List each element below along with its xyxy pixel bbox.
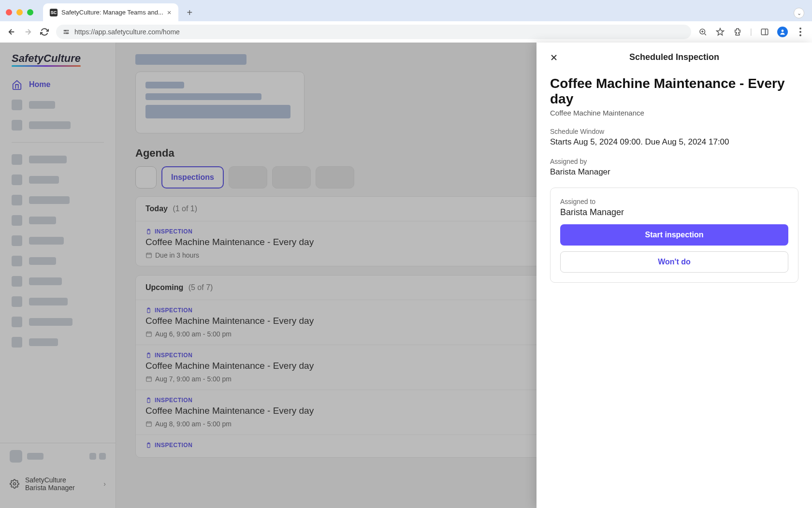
sidebar-item-skeleton xyxy=(0,115,116,135)
extensions-icon[interactable] xyxy=(733,27,742,37)
close-tab-icon[interactable]: × xyxy=(167,8,172,16)
panel-body: Coffee Machine Maintenance - Every day C… xyxy=(536,72,812,287)
address-bar[interactable]: https://app.safetyculture.com/home xyxy=(56,25,691,39)
menu-icon[interactable] xyxy=(796,27,805,37)
sidebar-item-skeleton xyxy=(0,332,116,352)
clipboard-icon xyxy=(145,352,152,359)
browser-tab[interactable]: SC SafetyCulture: Manage Teams and... × xyxy=(43,3,178,21)
home-icon xyxy=(12,79,22,90)
zoom-icon[interactable] xyxy=(698,27,708,37)
browser-toolbar: https://app.safetyculture.com/home | xyxy=(0,21,812,43)
chrome-dropdown[interactable]: ⌄ xyxy=(794,8,804,18)
toolbar-right: | xyxy=(698,27,805,37)
tab-inspections[interactable]: Inspections xyxy=(161,166,224,189)
wont-do-button[interactable]: Won't do xyxy=(560,251,788,273)
reload-button[interactable] xyxy=(40,27,49,37)
gear-icon xyxy=(10,479,19,489)
svg-point-8 xyxy=(799,31,801,33)
svg-rect-22 xyxy=(146,422,152,426)
tab-bar: SC SafetyCulture: Manage Teams and... × … xyxy=(0,0,812,21)
clipboard-icon xyxy=(145,397,152,404)
back-button[interactable] xyxy=(7,27,16,37)
assigned-by-value: Barista Manager xyxy=(550,167,798,177)
clipboard-icon xyxy=(145,229,152,235)
sidebar-item-skeleton xyxy=(0,271,116,291)
svg-point-10 xyxy=(14,483,16,485)
sidebar-item-skeleton xyxy=(0,190,116,210)
assigned-by-label: Assigned by xyxy=(550,158,798,165)
site-settings-icon xyxy=(63,29,70,35)
sidebar-item-skeleton xyxy=(0,210,116,231)
chevron-right-icon: › xyxy=(103,480,106,488)
nav-divider xyxy=(12,142,104,143)
header-skeleton xyxy=(135,54,246,65)
tab-skeleton xyxy=(272,166,311,189)
panel-heading: Scheduled Inspection xyxy=(629,52,719,62)
close-panel-button[interactable] xyxy=(548,52,560,63)
template-name: Coffee Machine Maintenance xyxy=(550,109,798,117)
svg-point-3 xyxy=(67,32,68,33)
forward-button[interactable] xyxy=(23,27,33,37)
inspection-detail-panel: Scheduled Inspection Coffee Machine Main… xyxy=(536,43,812,508)
sidebar-item-skeleton xyxy=(0,251,116,271)
assigned-to-card: Assigned to Barista Manager Start inspec… xyxy=(550,188,798,283)
tab-skeleton xyxy=(229,166,267,189)
clipboard-icon xyxy=(145,307,152,314)
start-inspection-button[interactable]: Start inspection xyxy=(560,224,788,246)
app-root: SafetyCulture Home Safety xyxy=(0,43,812,508)
tab-title: SafetyCulture: Manage Teams and... xyxy=(61,9,163,16)
sidebar-item-skeleton xyxy=(0,149,116,170)
org-name: SafetyCulture xyxy=(25,476,75,484)
calendar-icon xyxy=(145,252,152,259)
org-switcher[interactable]: SafetyCulture Barista Manager › xyxy=(0,469,116,498)
sidebar-item-skeleton xyxy=(0,95,116,115)
tab-skeleton xyxy=(135,166,157,189)
calendar-icon xyxy=(145,376,152,382)
window-minimize[interactable] xyxy=(16,9,23,15)
sidebar-item-skeleton xyxy=(0,170,116,190)
sidebar-item-skeleton xyxy=(0,312,116,332)
clipboard-icon xyxy=(145,442,152,449)
svg-point-9 xyxy=(799,34,801,36)
inspection-title: Coffee Machine Maintenance - Every day xyxy=(550,76,798,107)
assigned-to-label: Assigned to xyxy=(560,198,788,205)
sidebar-item-skeleton xyxy=(0,231,116,251)
schedule-window-value: Starts Aug 5, 2024 09:00. Due Aug 5, 202… xyxy=(550,137,798,147)
browser-chrome: SC SafetyCulture: Manage Teams and... × … xyxy=(0,0,812,43)
new-tab-button[interactable]: + xyxy=(182,4,198,21)
panel-header: Scheduled Inspection xyxy=(536,43,812,72)
window-close[interactable] xyxy=(6,9,12,15)
schedule-window-label: Schedule Window xyxy=(550,128,798,135)
assigned-to-value: Barista Manager xyxy=(560,207,788,218)
summary-card-skeleton xyxy=(135,72,304,133)
footer-skeleton xyxy=(0,443,116,469)
window-controls xyxy=(6,9,33,21)
sidebar-footer: SafetyCulture Barista Manager › xyxy=(0,443,116,498)
sidebar-item-label: Home xyxy=(29,80,50,89)
logo: SafetyCulture xyxy=(0,52,116,74)
tab-skeleton xyxy=(316,166,354,189)
bookmark-icon[interactable] xyxy=(715,27,725,37)
favicon: SC xyxy=(50,9,58,16)
url-text: https://app.safetyculture.com/home xyxy=(74,28,180,36)
svg-point-2 xyxy=(65,30,66,31)
profile-avatar[interactable] xyxy=(777,27,788,37)
svg-rect-16 xyxy=(146,332,152,336)
sidebar: SafetyCulture Home Safety xyxy=(0,43,116,508)
org-user: Barista Manager xyxy=(25,484,75,492)
sidebar-item-home[interactable]: Home xyxy=(0,74,116,95)
calendar-icon xyxy=(145,331,152,337)
svg-point-6 xyxy=(782,29,784,32)
svg-point-7 xyxy=(799,28,801,29)
svg-rect-19 xyxy=(146,377,152,381)
svg-rect-13 xyxy=(146,253,152,258)
calendar-icon xyxy=(145,421,152,427)
sidebar-item-skeleton xyxy=(0,291,116,312)
svg-rect-5 xyxy=(761,29,768,35)
window-maximize[interactable] xyxy=(27,9,33,15)
side-panel-icon[interactable] xyxy=(760,27,769,37)
